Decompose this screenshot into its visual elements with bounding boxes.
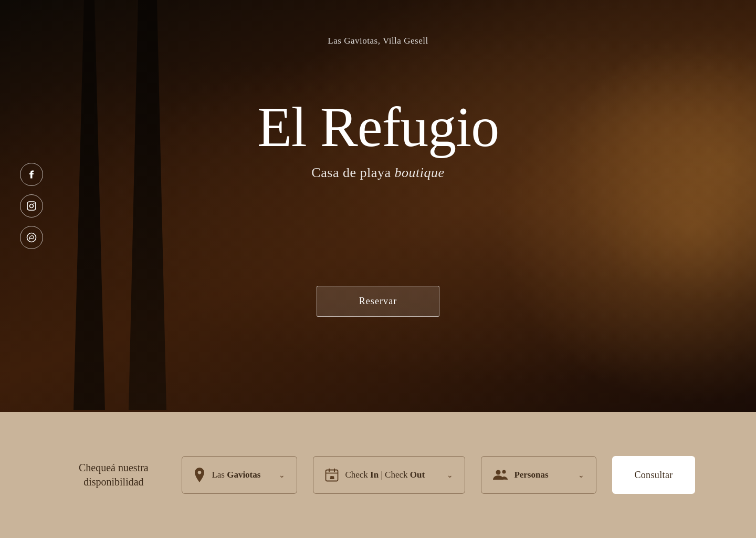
svg-point-3 xyxy=(27,233,36,242)
location-selector[interactable]: Las Gaviotas ⌄ xyxy=(182,456,297,494)
availability-label: Chequeá nuestra disponibilidad xyxy=(61,461,166,489)
persons-chevron-icon: ⌄ xyxy=(578,471,584,480)
location-text: Las Gaviotas, Villa Gesell xyxy=(328,36,428,46)
checkin-checkout-text: Check In | Check Out xyxy=(345,470,440,480)
reserve-button[interactable]: Reservar xyxy=(317,286,440,317)
hotel-subtitle: Casa de playa boutique xyxy=(311,165,444,181)
calendar-icon: 12 xyxy=(325,468,339,482)
location-chevron-icon: ⌄ xyxy=(279,471,285,480)
booking-bar: Chequeá nuestra disponibilidad Las Gavio… xyxy=(0,412,756,538)
tree-silhouettes xyxy=(0,0,756,412)
location-selector-text: Las Gaviotas xyxy=(212,470,272,480)
instagram-icon[interactable] xyxy=(20,194,43,218)
facebook-icon[interactable] xyxy=(20,163,43,186)
hero-section: Las Gaviotas, Villa Gesell El Refugio Ca… xyxy=(0,0,756,412)
svg-point-1 xyxy=(30,204,34,208)
persons-selector[interactable]: Personas ⌄ xyxy=(481,456,596,494)
pin-icon xyxy=(194,468,205,482)
svg-text:12: 12 xyxy=(330,475,334,480)
hotel-title: El Refugio xyxy=(257,99,499,156)
svg-point-2 xyxy=(34,203,35,204)
checkin-checkout-chevron-icon: ⌄ xyxy=(447,471,453,480)
svg-point-10 xyxy=(502,470,506,474)
people-icon xyxy=(493,468,508,482)
whatsapp-icon[interactable] xyxy=(20,226,43,249)
checkin-checkout-selector[interactable]: 12 Check In | Check Out ⌄ xyxy=(313,456,465,494)
svg-rect-0 xyxy=(27,202,36,210)
booking-bar-inner: Chequeá nuestra disponibilidad Las Gavio… xyxy=(0,456,756,494)
hero-content: El Refugio Casa de playa boutique xyxy=(257,99,499,181)
social-icons-group xyxy=(20,163,43,249)
persons-selector-text: Personas xyxy=(514,470,572,480)
consultar-button[interactable]: Consultar xyxy=(612,456,695,494)
svg-point-9 xyxy=(496,470,501,475)
